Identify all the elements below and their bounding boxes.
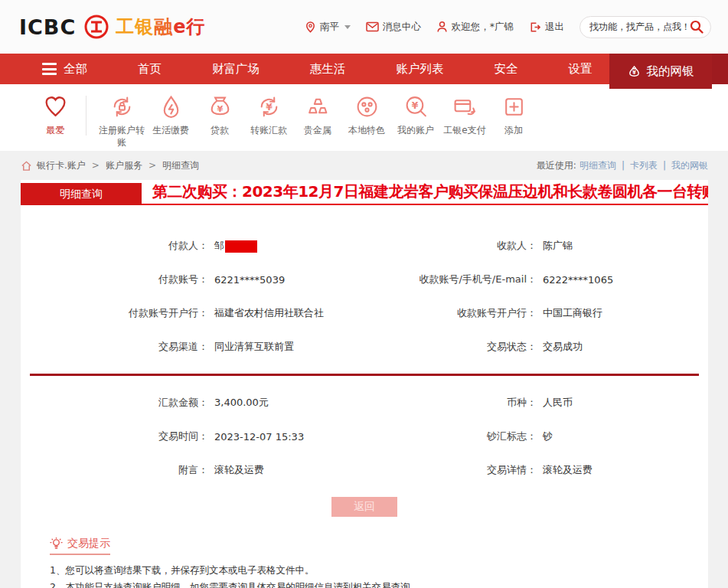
search-input[interactable]	[589, 21, 689, 32]
quick-item-favorite[interactable]: 最爱	[31, 94, 80, 151]
field-row: 付款账号开户行： 福建省农村信用社联合社 收款账号开户行： 中国工商银行	[21, 306, 708, 320]
field-amount: 汇款金额： 3,400.00元	[21, 396, 364, 410]
money-bag-yuan-icon: ¥	[207, 94, 233, 119]
payee-account: 6222****1065	[537, 274, 613, 286]
redaction-box	[225, 240, 257, 253]
content-belt: 银行卡.账户 > 账户服务 > 明细查询 最近使用: 明细查询 | 卡列表 | …	[0, 151, 728, 588]
payee-bank: 中国工商银行	[537, 306, 602, 320]
tip-item: 2、本功能只支持查询账户明细，如您需要查询具体交易的明细信息请到相关交易查询。	[50, 579, 708, 588]
quick-item-precious-metals[interactable]: 贵金属	[293, 94, 342, 151]
location-label: 南平	[320, 21, 339, 34]
mail-icon	[366, 21, 379, 32]
svg-text:¥: ¥	[266, 102, 273, 113]
nav-item-home[interactable]: 首页	[138, 61, 162, 77]
quick-item-my-account[interactable]: ¥ 我的账户	[391, 94, 440, 151]
field-row: 交易时间： 2023-12-07 15:33 钞汇标志： 钞	[21, 430, 708, 443]
memo: 滚轮及运费	[208, 463, 264, 477]
quick-item-transfer-remit[interactable]: ¥ 转账汇款	[244, 94, 293, 151]
hamburger-menu-icon[interactable]	[42, 63, 57, 75]
payer-bank: 福建省农村信用社联合社	[208, 306, 324, 320]
welcome-user[interactable]: 欢迎您，*广锦	[436, 21, 514, 34]
field-cash-flag: 钞汇标志： 钞	[364, 430, 708, 443]
quick-item-add[interactable]: 添加	[489, 94, 538, 151]
nav-item-accounts[interactable]: 账户列表	[397, 61, 444, 77]
tips-header: 交易提示	[50, 537, 110, 555]
quick-item-label: 注册账户转账	[97, 124, 146, 149]
nav-item-all[interactable]: 全部	[64, 61, 87, 77]
tip-item: 1、您可以将查询结果下载，并保存到文本或电子表格文件中。	[50, 562, 708, 579]
cash-remit-flag: 钞	[537, 430, 553, 443]
recent-used-label: 最近使用:	[537, 159, 576, 172]
message-center-link[interactable]: 消息中心	[366, 21, 421, 34]
top-header: ICBC 工银融e行 南平 消息中心 欢迎您，*广锦	[0, 0, 728, 54]
card-swoosh-icon	[452, 94, 478, 119]
field-payer-bank: 付款账号开户行： 福建省农村信用社联合社	[21, 306, 364, 320]
field-row: 附言： 滚轮及运费 交易详情： 滚轮及运费	[21, 463, 708, 477]
recent-link-my-ebank[interactable]: 我的网银	[671, 159, 708, 172]
annotation-text: 第二次购买：2023年12月7日福建龙岩客户购买保温压边机和长款卷圆机各一台转账…	[142, 181, 708, 205]
field-row: 付款账号： 6221****5039 收款账号/手机号/E-mail： 6222…	[21, 273, 708, 286]
search-box[interactable]	[579, 16, 711, 38]
recent-link-card-list[interactable]: 卡列表	[630, 159, 658, 172]
payer-name: 邹	[214, 240, 224, 251]
logout-icon	[529, 21, 541, 33]
tips-section: 交易提示 1、您可以将查询结果下载，并保存到文本或电子表格文件中。 2、本功能只…	[50, 537, 708, 588]
money-bag-icon: ¥	[628, 64, 641, 78]
transaction-detail: 滚轮及运费	[537, 463, 593, 477]
gold-bars-icon	[305, 94, 331, 119]
fields-top: 付款人： 邹 收款人： 陈广锦 付款账号： 6221****5039 收款账号/…	[21, 239, 708, 354]
home-icon[interactable]	[21, 160, 32, 172]
icbc-logo-text: ICBC	[19, 15, 76, 39]
message-center-label: 消息中心	[383, 21, 421, 34]
field-channel: 交易渠道： 同业清算互联前置	[21, 340, 364, 354]
currency: 人民币	[537, 396, 573, 410]
quick-item-loan[interactable]: ¥ 贷款	[195, 94, 244, 151]
add-icon	[501, 94, 527, 119]
nav-item-life[interactable]: 惠生活	[310, 61, 346, 77]
field-currency: 币种： 人民币	[364, 396, 708, 410]
search-icon[interactable]	[689, 19, 704, 34]
yuan-magnifier-icon: ¥	[403, 94, 429, 119]
quick-item-register-transfer[interactable]: 注册账户转账	[97, 94, 146, 151]
field-row: 付款人： 邹 收款人： 陈广锦	[21, 239, 708, 253]
nav-item-settings[interactable]: 设置	[569, 61, 593, 77]
nav-item-security[interactable]: 安全	[495, 61, 518, 77]
dotted-circle-icon	[354, 94, 380, 119]
field-row: 汇款金额： 3,400.00元 币种： 人民币	[21, 396, 708, 410]
recent-link-detail-query[interactable]: 明细查询	[579, 159, 616, 172]
quick-item-local-features[interactable]: 本地特色	[342, 94, 391, 151]
quick-item-life-payment[interactable]: 生活缴费	[146, 94, 195, 151]
svg-text:¥: ¥	[411, 100, 418, 111]
recent-separator: |	[663, 160, 666, 171]
nav-item-wealth[interactable]: 财富广场	[212, 61, 260, 77]
welcome-label: 欢迎您，*广锦	[452, 21, 514, 34]
quick-item-label: 贷款	[211, 124, 229, 136]
breadcrumb-row: 银行卡.账户 > 账户服务 > 明细查询 最近使用: 明细查询 | 卡列表 | …	[0, 151, 728, 180]
field-payee-bank: 收款账号开户行： 中国工商银行	[364, 306, 708, 320]
logout-link[interactable]: 退出	[529, 21, 564, 34]
my-ebank-tab[interactable]: ¥ 我的网银	[609, 54, 712, 89]
quick-item-epay[interactable]: 工银e支付	[440, 94, 489, 151]
field-payee: 收款人： 陈广锦	[364, 239, 708, 253]
quick-item-label: 本地特色	[348, 124, 385, 136]
recent-separator: |	[622, 160, 625, 171]
back-button[interactable]: 返回	[331, 497, 397, 517]
svg-text:¥: ¥	[632, 69, 636, 76]
field-time: 交易时间： 2023-12-07 15:33	[21, 430, 364, 443]
field-payer-account: 付款账号： 6221****5039	[21, 273, 364, 286]
detail-card: 明细查询 第二次购买：2023年12月7日福建龙岩客户购买保温压边机和长款卷圆机…	[21, 180, 708, 588]
breadcrumb-item-bankcard[interactable]: 银行卡.账户	[37, 159, 86, 172]
heart-icon	[43, 94, 68, 119]
main-nav: 全部 首页 财富广场 惠生活 账户列表 安全 设置 ¥ 我的网银	[0, 54, 728, 84]
breadcrumb-item-account-service[interactable]: 账户服务	[106, 159, 142, 172]
my-ebank-label: 我的网银	[647, 64, 694, 80]
field-status: 交易状态： 交易成功	[364, 340, 708, 354]
field-row: 交易渠道： 同业清算互联前置 交易状态： 交易成功	[21, 340, 708, 354]
field-payer: 付款人： 邹	[21, 239, 364, 253]
quick-item-label: 生活缴费	[152, 124, 189, 136]
tips-title: 交易提示	[67, 537, 110, 550]
location-selector[interactable]: 南平	[305, 21, 351, 34]
fields-bottom: 汇款金额： 3,400.00元 币种： 人民币 交易时间： 2023-12-07…	[21, 396, 708, 477]
transaction-channel: 同业清算互联前置	[208, 340, 294, 354]
user-icon	[436, 21, 448, 33]
